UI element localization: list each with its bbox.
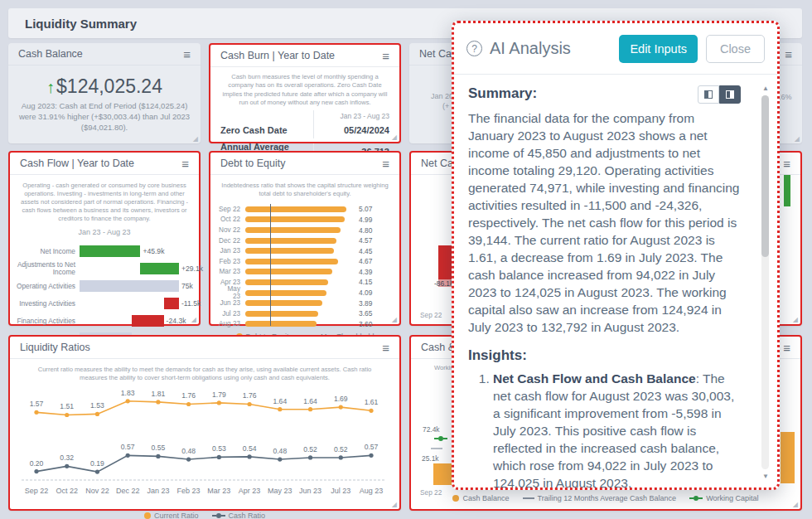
bar-row: Jan 234.45 bbox=[219, 245, 393, 256]
close-button[interactable]: Close bbox=[706, 35, 765, 63]
legend-item[interactable]: Working Capital bbox=[689, 494, 758, 502]
value-label: 75k bbox=[181, 282, 193, 290]
point-label: 0.52 bbox=[303, 445, 317, 454]
modal-header: ? AI Analysis Edit Inputs Close bbox=[454, 23, 777, 75]
kpi-subtitle: Aug 2023: Cash at End of Period ($124,02… bbox=[15, 101, 194, 133]
data-point bbox=[217, 455, 221, 459]
point-label: 0.54 bbox=[243, 444, 257, 453]
point-label: 1.57 bbox=[30, 400, 44, 408]
positive-bar bbox=[784, 175, 790, 206]
detailed-view-icon bbox=[726, 90, 734, 99]
resize-handle[interactable]: ◢ bbox=[795, 136, 800, 143]
max-threshold-line bbox=[270, 204, 271, 326]
line-chart: 1.571.511.531.831.811.761.791.761.641.64… bbox=[10, 382, 399, 510]
bar bbox=[245, 300, 322, 306]
value-label: 4.80 bbox=[355, 226, 372, 235]
point-label: 1.64 bbox=[303, 397, 317, 405]
category-label: Oct 22 bbox=[219, 216, 245, 223]
x-axis-label: Feb 23 bbox=[177, 487, 201, 495]
card-description: Operating - cash generated or consumed b… bbox=[10, 175, 199, 225]
point-label: 1.53 bbox=[90, 401, 104, 410]
help-icon[interactable]: ? bbox=[466, 41, 482, 56]
bar bbox=[245, 321, 317, 327]
category-label: Financing Activities bbox=[15, 318, 80, 325]
point-label: 0.48 bbox=[181, 447, 196, 455]
cash-flow-card: Cash Flow | Year to Date ≡ Operating - c… bbox=[8, 151, 201, 326]
resize-handle[interactable]: ◢ bbox=[392, 317, 397, 323]
card-menu-icon[interactable]: ≡ bbox=[783, 158, 790, 170]
bar bbox=[245, 248, 334, 254]
category-label: Sep 22 bbox=[219, 206, 245, 213]
x-axis-label: Nov 22 bbox=[85, 487, 109, 495]
card-menu-icon[interactable]: ≡ bbox=[783, 342, 790, 354]
scroll-up-arrow-icon[interactable]: ▲ bbox=[761, 85, 771, 93]
resize-handle[interactable]: ◢ bbox=[193, 136, 198, 143]
orange-dot-icon bbox=[144, 512, 151, 519]
card-menu-icon[interactable]: ≡ bbox=[382, 342, 389, 354]
resize-handle[interactable]: ◢ bbox=[793, 502, 798, 508]
resize-handle[interactable]: ◢ bbox=[392, 502, 397, 508]
detailed-view-toggle[interactable] bbox=[719, 85, 741, 104]
waterfall-row: Investing Activities-11.5k bbox=[15, 295, 194, 312]
edit-inputs-button[interactable]: Edit Inputs bbox=[619, 35, 698, 63]
data-point bbox=[339, 455, 343, 459]
point-label: 0.52 bbox=[334, 445, 348, 454]
data-point bbox=[278, 457, 282, 461]
x-axis-label: Jul 23 bbox=[331, 487, 350, 495]
card-title: Debt to Equity bbox=[220, 158, 286, 169]
x-axis-label: Oct 22 bbox=[56, 487, 78, 495]
category-label: Nov 22 bbox=[219, 226, 245, 234]
data-point bbox=[126, 399, 130, 403]
category-label: Investing Activities bbox=[15, 300, 80, 308]
card-menu-icon[interactable]: ≡ bbox=[382, 50, 389, 62]
row-value: 05/24/2024 bbox=[313, 122, 389, 138]
value-label: 4.39 bbox=[355, 268, 372, 276]
resize-handle[interactable]: ◢ bbox=[191, 317, 196, 323]
scrollbar-track[interactable] bbox=[761, 95, 769, 469]
legend-item[interactable]: Cash Balance bbox=[452, 494, 509, 502]
resize-handle[interactable]: ◢ bbox=[793, 317, 798, 323]
category-label: Adjustments to Net Income bbox=[15, 261, 80, 276]
resize-handle[interactable]: ◢ bbox=[392, 134, 397, 141]
card-menu-icon[interactable]: ≡ bbox=[785, 48, 792, 61]
point-label: 0.55 bbox=[152, 444, 166, 452]
data-point bbox=[34, 410, 38, 415]
data-point bbox=[217, 400, 221, 405]
card-title: Liquidity Ratios bbox=[20, 342, 90, 353]
value-label: +45.9k bbox=[143, 247, 164, 255]
value-label: 4.57 bbox=[355, 236, 372, 245]
category-label: Net Income bbox=[15, 248, 80, 255]
working-capital-marker-icon bbox=[434, 436, 447, 441]
card-menu-icon[interactable]: ≡ bbox=[181, 158, 189, 170]
legend-item[interactable]: Cash Ratio bbox=[212, 512, 266, 519]
compact-view-toggle[interactable] bbox=[698, 85, 719, 104]
card-menu-icon[interactable]: ≡ bbox=[382, 158, 389, 170]
card-menu-icon[interactable]: ≡ bbox=[183, 48, 191, 61]
scrollbar-thumb[interactable] bbox=[761, 95, 769, 257]
value-label: 3.89 bbox=[355, 299, 372, 308]
scroll-down-arrow-icon[interactable]: ▼ bbox=[761, 473, 771, 481]
data-point bbox=[339, 405, 343, 410]
x-axis-label: Aug 23 bbox=[360, 487, 384, 495]
scrollbar: ▲ ▼ bbox=[761, 85, 771, 481]
debt-to-equity-chart: Sep 225.07Oct 224.99Nov 224.80Dec 224.57… bbox=[210, 202, 399, 329]
bar-row: Sep 225.07 bbox=[219, 204, 393, 215]
data-point bbox=[186, 402, 191, 406]
bar bbox=[245, 279, 328, 285]
point-label: 1.83 bbox=[121, 389, 135, 397]
legend-item[interactable]: Current Ratio bbox=[144, 512, 199, 519]
cash-balance-card: Cash Balance ≡ ↑$124,025.24 Aug 2023: Ca… bbox=[8, 43, 201, 143]
legend-item[interactable]: Trailing 12 Months Average Cash Balance bbox=[523, 494, 677, 502]
data-point bbox=[156, 454, 160, 458]
bar bbox=[245, 259, 338, 264]
x-axis-label: Sep 22 bbox=[420, 311, 442, 319]
row-label: Zero Cash Date bbox=[220, 122, 313, 138]
value-label: 5.07 bbox=[355, 205, 372, 213]
category-label: Feb 23 bbox=[219, 258, 245, 265]
data-point bbox=[65, 464, 69, 468]
bar-row: Oct 224.99 bbox=[219, 215, 393, 226]
summary-text: The financial data for the company from … bbox=[468, 109, 741, 336]
point-label: 0.32 bbox=[60, 454, 74, 462]
x-axis-label: Mar 23 bbox=[207, 487, 230, 495]
legend-label: Working Capital bbox=[706, 494, 758, 502]
